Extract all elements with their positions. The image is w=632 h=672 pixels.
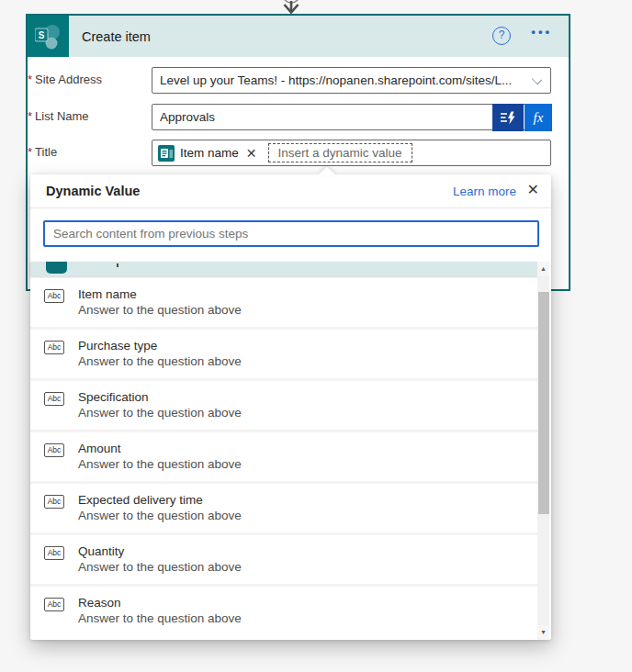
list-item-title: Purchase type xyxy=(78,339,157,353)
required-marker: * xyxy=(28,109,32,123)
list-item-title: Amount xyxy=(78,442,121,455)
list-item-title: Specification xyxy=(78,390,149,404)
abc-icon: Abc xyxy=(44,443,64,457)
scrollbar-thumb[interactable] xyxy=(538,292,549,514)
dynamic-value-popup: Dynamic Value Learn more ✕ Abc Item name… xyxy=(30,174,551,640)
list-item[interactable]: Abc Item name Answer to the question abo… xyxy=(30,278,538,330)
abc-icon: Abc xyxy=(44,392,64,406)
list-item-title: Reason xyxy=(78,596,121,610)
list-name-value: Approvals xyxy=(160,105,215,129)
scrollbar-track[interactable]: ▲ ▼ xyxy=(537,262,549,640)
more-options-icon[interactable]: ••• xyxy=(531,25,552,39)
list-item[interactable]: Abc Expected delivery time Answer to the… xyxy=(30,484,538,535)
list-item[interactable]: Abc Reason Answer to the question above xyxy=(30,587,538,638)
list-item-subtitle: Answer to the question above xyxy=(78,354,242,368)
callout-beak xyxy=(318,167,336,175)
forms-group-icon xyxy=(46,262,67,274)
list-name-label: *List Name xyxy=(28,109,89,123)
group-header-partial xyxy=(30,262,538,276)
abc-icon: Abc xyxy=(44,598,64,611)
list-item-title: Item name xyxy=(78,287,137,301)
title-field[interactable]: Item name ✕ Insert a dynamic value xyxy=(152,140,551,166)
scroll-up-icon[interactable]: ▲ xyxy=(537,262,549,276)
learn-more-link[interactable]: Learn more xyxy=(453,185,516,198)
token-label: Item name xyxy=(180,146,239,160)
field-toolbar: fx xyxy=(492,104,552,131)
token-remove-icon[interactable]: ✕ xyxy=(246,146,257,161)
list-item[interactable]: Abc Purchase type Answer to the question… xyxy=(30,330,538,381)
list-item[interactable]: Abc Amount Answer to the question above xyxy=(30,432,538,484)
dynamic-content-list: Abc Item name Answer to the question abo… xyxy=(30,278,538,638)
abc-icon: Abc xyxy=(44,289,64,303)
abc-icon: Abc xyxy=(44,546,64,560)
forms-icon xyxy=(158,145,175,162)
help-glyph: ? xyxy=(499,28,505,41)
list-item-subtitle: Answer to the question above xyxy=(78,560,242,574)
card-title: Create item xyxy=(82,29,151,44)
list-item-title: Quantity xyxy=(78,544,124,558)
list-item-subtitle: Answer to the question above xyxy=(78,406,242,420)
group-text-fragment xyxy=(117,263,118,267)
list-item-title: Expected delivery time xyxy=(78,493,203,507)
required-marker: * xyxy=(28,73,32,86)
expression-button[interactable]: fx xyxy=(525,104,552,131)
sharepoint-icon: S xyxy=(28,16,69,57)
dynamic-value-placeholder[interactable]: Insert a dynamic value xyxy=(268,143,412,162)
site-address-value: Level up your Teams! - https://nopanen.s… xyxy=(160,68,512,93)
list-item-subtitle: Answer to the question above xyxy=(78,457,242,471)
fx-icon: fx xyxy=(534,110,544,126)
canvas: S Create item ? ••• *Site Address Level … xyxy=(0,0,632,672)
list-item-subtitle: Answer to the question above xyxy=(78,509,242,522)
card-header[interactable]: S Create item ? ••• xyxy=(28,16,569,57)
close-icon[interactable]: ✕ xyxy=(527,181,539,198)
scroll-down-icon[interactable]: ▼ xyxy=(537,625,549,640)
abc-icon: Abc xyxy=(44,341,64,354)
title-label: *Title xyxy=(28,145,57,159)
list-name-input[interactable]: Approvals xyxy=(152,104,551,130)
ellipsis-glyph: ••• xyxy=(531,25,552,39)
list-item-subtitle: Answer to the question above xyxy=(78,611,242,625)
svg-text:S: S xyxy=(38,30,44,40)
search-input[interactable] xyxy=(43,220,539,247)
list-item[interactable]: Abc Quantity Answer to the question abov… xyxy=(30,535,538,587)
dynamic-content-button[interactable] xyxy=(492,104,524,131)
list-item-subtitle: Answer to the question above xyxy=(78,303,242,317)
dynamic-content-icon xyxy=(500,111,516,125)
chevron-down-icon[interactable] xyxy=(532,74,542,84)
help-icon[interactable]: ? xyxy=(492,27,511,45)
site-address-label: *Site Address xyxy=(28,73,102,86)
popup-title: Dynamic Value xyxy=(46,184,140,198)
required-marker: * xyxy=(28,145,32,159)
site-address-dropdown[interactable]: Level up your Teams! - https://nopanen.s… xyxy=(152,67,551,94)
list-item[interactable]: Abc Specification Answer to the question… xyxy=(30,381,538,432)
popup-divider xyxy=(30,207,551,208)
abc-icon: Abc xyxy=(44,495,64,509)
